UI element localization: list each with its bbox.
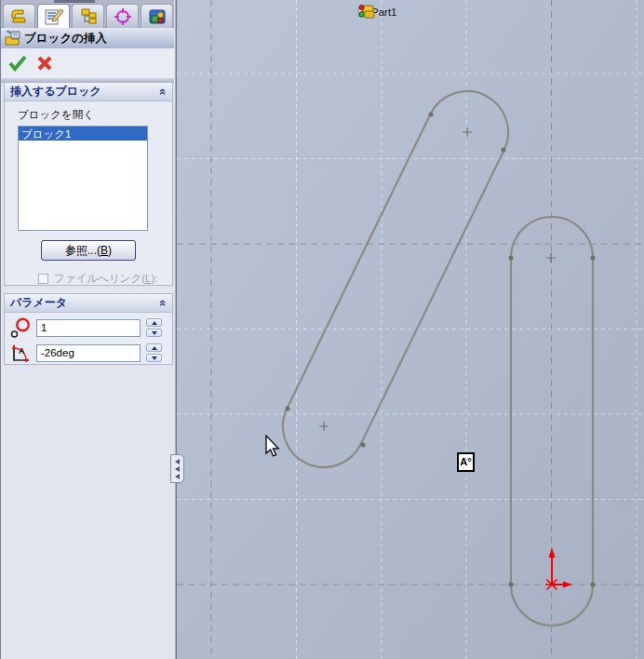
panel-grip: [54, 0, 95, 3]
angle-spin-up-button[interactable]: [146, 343, 162, 352]
panel-title-bar: ブロックの挿入: [1, 28, 177, 48]
mouse-cursor-icon: [266, 436, 278, 456]
up-arrow-icon: [152, 321, 157, 325]
panel-title: ブロックの挿入: [24, 31, 107, 47]
ok-check-button[interactable]: [8, 55, 27, 72]
sketch-points: [286, 113, 596, 587]
display-manager-icon: [147, 7, 168, 26]
browse-button[interactable]: 参照...(B): [41, 240, 136, 261]
property-manager-panel: ブロックの挿入 挿入するブロック « ブロックを開く ブロック1 参照...(B: [0, 0, 177, 659]
angle-input[interactable]: [36, 344, 141, 362]
panel-action-bar: [1, 48, 177, 78]
angle-input-badge: A°: [457, 452, 475, 472]
solidworks-window: + Part1 A°: [0, 0, 644, 659]
part-icon: [358, 4, 375, 20]
block-preview-slot[interactable]: [283, 91, 508, 467]
block-rotation-angle-icon: A: [10, 343, 31, 363]
open-blocks-label: ブロックを開く: [18, 108, 172, 122]
collapse-chevron-icon[interactable]: «: [156, 300, 170, 306]
collapse-arrow-icon: [175, 474, 180, 479]
scale-parameter-row: [10, 317, 172, 338]
block-scale-icon: [10, 317, 31, 338]
angle-spinner: [146, 343, 162, 362]
blocks-group-header[interactable]: 挿入するブロック «: [5, 83, 172, 101]
configuration-manager-tab[interactable]: [72, 4, 104, 28]
feature-tree-root: + Part1: [358, 4, 397, 20]
parameters-group-title: パラメータ: [10, 295, 67, 311]
cancel-x-button[interactable]: [36, 55, 53, 72]
svg-text:A: A: [19, 346, 25, 356]
block-list-item[interactable]: ブロック1: [19, 127, 147, 141]
scale-spin-down-button[interactable]: [146, 329, 162, 337]
dimxpert-manager-icon: [114, 7, 132, 26]
angle-parameter-row: A: [10, 343, 172, 363]
blocks-group-title: 挿入するブロック: [10, 84, 101, 100]
configuration-manager-icon: [78, 7, 99, 26]
browse-label-pre: 参照...(: [65, 244, 101, 257]
browse-label-key: B: [101, 244, 108, 257]
scale-input[interactable]: [36, 319, 141, 337]
dimxpert-manager-tab[interactable]: [106, 4, 139, 28]
block-listbox[interactable]: ブロック1: [18, 126, 148, 231]
down-arrow-icon: [152, 356, 157, 360]
grid-minor-lines: [177, 0, 644, 659]
property-manager-icon: [44, 7, 64, 26]
graphics-area[interactable]: + Part1 A°: [177, 0, 644, 659]
sketch-viewport: [177, 0, 644, 659]
link-label-pre: ファイルへリンク(: [54, 273, 145, 284]
manager-tab-bar: [1, 0, 178, 28]
collapse-chevron-icon[interactable]: «: [156, 88, 170, 95]
parameters-group-header[interactable]: パラメータ «: [5, 294, 172, 313]
feature-manager-tab[interactable]: [3, 4, 35, 28]
angle-spin-down-button[interactable]: [146, 354, 162, 362]
down-arrow-icon: [152, 331, 157, 335]
up-arrow-icon: [152, 346, 157, 350]
collapse-arrow-icon: [175, 459, 180, 464]
collapse-arrow-icon: [175, 466, 180, 472]
scale-spinner: [146, 318, 162, 337]
blocks-to-insert-group: 挿入するブロック « ブロックを開く ブロック1 参照...(B) ファイルへリ…: [4, 82, 173, 286]
origin-marker: [545, 547, 572, 590]
insert-block-icon: [5, 31, 20, 46]
panel-border: [174, 0, 177, 659]
scale-spin-up-button[interactable]: [146, 318, 162, 327]
link-to-file-label: ファイルへリンク(L):: [54, 272, 157, 286]
link-label-post: ):: [151, 273, 157, 284]
parameters-group: パラメータ «: [4, 293, 173, 365]
property-manager-tab[interactable]: [37, 4, 70, 28]
browse-label-post: ): [108, 244, 112, 257]
link-to-file-checkbox: [38, 274, 48, 284]
feature-manager-icon: [9, 8, 30, 25]
panel-collapse-tab[interactable]: [170, 454, 184, 483]
arc-center-marks: [319, 128, 556, 431]
link-to-file-row: ファイルへリンク(L):: [38, 272, 172, 286]
display-manager-tab[interactable]: [141, 4, 173, 28]
